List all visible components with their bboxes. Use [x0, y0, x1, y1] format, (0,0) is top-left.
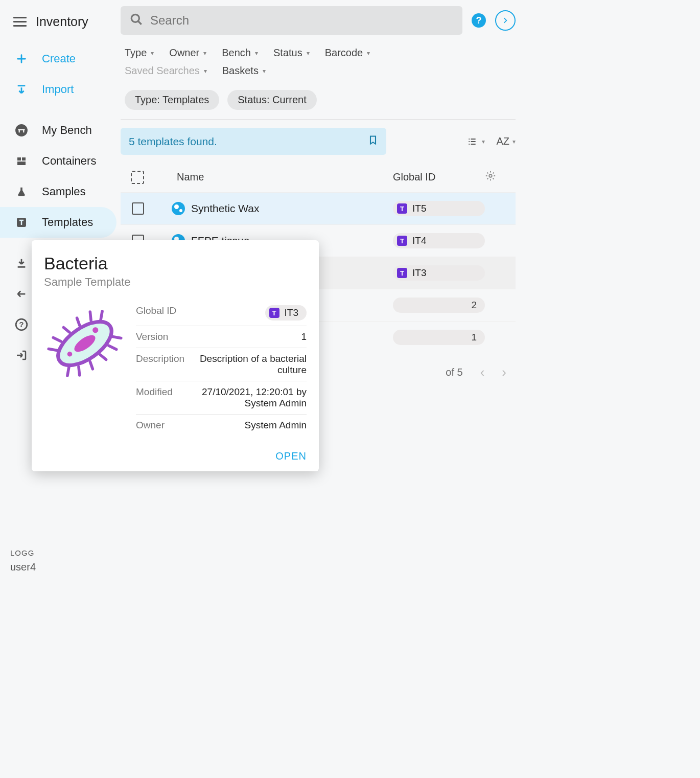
- svg-line-23: [109, 344, 116, 352]
- svg-line-20: [75, 367, 83, 375]
- filter-saved-searches[interactable]: Saved Searches▾: [125, 65, 207, 77]
- filter-bench[interactable]: Bench▾: [222, 47, 258, 59]
- sample-icon: [172, 202, 185, 215]
- logged-in-label: LOGG: [10, 548, 110, 557]
- next-page-button[interactable]: ›: [502, 364, 506, 380]
- filter-baskets[interactable]: Baskets▾: [222, 65, 266, 77]
- search-icon: [130, 13, 143, 28]
- prev-page-button[interactable]: ‹: [480, 364, 485, 380]
- gear-icon[interactable]: [485, 170, 510, 184]
- sidebar-item-samples[interactable]: Samples: [0, 176, 121, 207]
- list-icon: [465, 136, 479, 147]
- col-gid: Global ID: [393, 171, 485, 183]
- chip-status[interactable]: Status: Current: [227, 90, 317, 110]
- chevron-down-icon: ▾: [204, 67, 207, 75]
- sort-alpha[interactable]: AZ ▾: [496, 135, 516, 147]
- field-value: System Admin: [245, 420, 307, 431]
- svg-line-21: [88, 362, 95, 369]
- row-name: Synthetic Wax: [191, 202, 259, 215]
- id-pill: 1: [393, 330, 485, 345]
- select-all-icon[interactable]: [131, 171, 144, 184]
- sidebar-item-mybench[interactable]: My Bench: [0, 115, 121, 146]
- chevron-down-icon: ▾: [203, 50, 206, 57]
- app-title: Inventory: [36, 14, 88, 29]
- import-icon: [14, 82, 29, 97]
- filter-status[interactable]: Status▾: [273, 47, 310, 59]
- flask-icon: [14, 185, 29, 199]
- svg-line-19: [64, 367, 73, 376]
- svg-line-15: [63, 326, 69, 333]
- sidebar-item-label: Import: [42, 83, 74, 96]
- help-circle-icon: ?: [14, 317, 29, 332]
- field-label: Global ID: [136, 305, 176, 321]
- logged-in-user: user4: [10, 561, 110, 573]
- table-header: Name Global ID: [121, 162, 516, 192]
- chevron-right-icon: [502, 17, 509, 24]
- popover-subtitle: Sample Template: [44, 276, 307, 289]
- sidebar-item-templates[interactable]: Templates: [0, 207, 116, 238]
- svg-line-14: [53, 335, 61, 344]
- svg-text:?: ?: [19, 320, 24, 329]
- field-label: Version: [136, 331, 168, 342]
- svg-line-16: [75, 318, 81, 325]
- search-box[interactable]: [121, 6, 462, 35]
- chip-type[interactable]: Type: Templates: [125, 90, 219, 110]
- view-mode[interactable]: ▾: [465, 136, 485, 147]
- sidebar-item-label: Create: [42, 52, 76, 65]
- arrow-left-icon: [14, 287, 29, 301]
- t-badge-icon: T: [269, 308, 279, 318]
- row-checkbox[interactable]: [132, 202, 144, 215]
- t-badge-icon: T: [397, 268, 407, 278]
- bench-icon: [14, 123, 29, 138]
- expand-panel-button[interactable]: [495, 10, 516, 31]
- id-pill: TIT4: [393, 233, 485, 248]
- svg-rect-2: [22, 157, 26, 161]
- table-row[interactable]: Synthetic Wax TIT5: [121, 192, 516, 224]
- t-badge-icon: T: [397, 203, 407, 214]
- svg-point-7: [131, 14, 139, 22]
- sidebar-item-label: My Bench: [42, 124, 92, 137]
- templates-icon: [14, 215, 29, 230]
- svg-line-24: [112, 333, 121, 342]
- id-pill: 2: [393, 298, 485, 313]
- containers-icon: [14, 154, 29, 168]
- menu-icon[interactable]: [13, 17, 27, 27]
- field-value: 27/10/2021, 12:20:01 by System Admin: [173, 386, 307, 409]
- field-label: Modified: [136, 386, 173, 409]
- id-pill: TIT5: [393, 201, 485, 216]
- filter-type[interactable]: Type▾: [125, 47, 154, 59]
- chevron-down-icon: ▾: [307, 50, 310, 57]
- svg-point-8: [489, 174, 492, 177]
- col-name: Name: [172, 171, 393, 183]
- download-icon: [14, 256, 29, 270]
- svg-line-22: [100, 354, 106, 361]
- filter-owner[interactable]: Owner▾: [169, 47, 206, 59]
- bookmark-icon[interactable]: [368, 134, 378, 149]
- results-found: 5 templates found.: [121, 128, 386, 155]
- field-label: Description: [136, 353, 184, 376]
- search-input[interactable]: [150, 13, 453, 28]
- sidebar-item-label: Samples: [42, 185, 86, 198]
- sidebar-item-label: Containers: [42, 154, 96, 168]
- id-pill: TIT3: [393, 265, 485, 281]
- help-button[interactable]: ?: [472, 13, 486, 28]
- sidebar-item-import[interactable]: Import: [0, 74, 121, 105]
- chevron-down-icon: ▾: [255, 50, 258, 57]
- svg-line-17: [87, 312, 95, 320]
- sidebar-item-label: Templates: [42, 216, 93, 229]
- field-value: Description of a bacterial culture: [184, 353, 307, 376]
- svg-rect-1: [17, 157, 21, 161]
- svg-line-13: [49, 346, 57, 354]
- sidebar-item-create[interactable]: Create: [0, 43, 121, 74]
- sidebar-item-containers[interactable]: Containers: [0, 146, 121, 176]
- filter-barcode[interactable]: Barcode▾: [325, 47, 370, 59]
- logout-icon: [14, 348, 29, 362]
- svg-line-18: [97, 311, 106, 320]
- field-label: Owner: [136, 420, 165, 431]
- svg-rect-3: [17, 162, 26, 165]
- chevron-down-icon: ▾: [263, 67, 266, 75]
- chevron-down-icon: ▾: [512, 138, 516, 145]
- open-button[interactable]: OPEN: [275, 450, 307, 462]
- bacteria-icon: [44, 300, 126, 387]
- id-pill: TIT3: [265, 305, 307, 321]
